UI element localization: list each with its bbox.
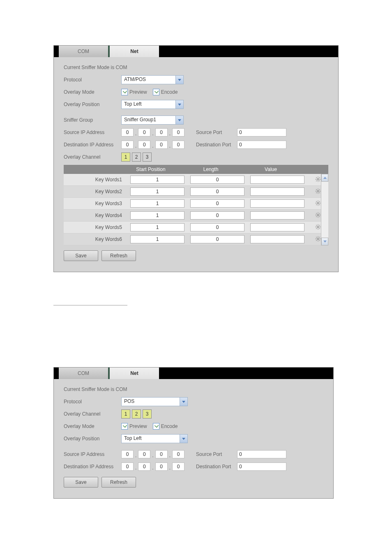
source-ip-seg-3[interactable]: 0 — [172, 128, 184, 136]
kw-row-label: Key Words2 — [64, 189, 130, 194]
value-input[interactable] — [250, 235, 304, 243]
dest-ip-seg-1[interactable]: 0 — [138, 462, 150, 471]
label-overlay-channel: Overlay Channel — [64, 411, 121, 417]
source-ip-seg-3[interactable]: 0 — [172, 450, 184, 458]
gear-icon[interactable] — [315, 236, 321, 242]
overlay-position-value: Top Left — [122, 435, 180, 443]
preview-checkbox[interactable] — [121, 423, 128, 430]
table-row: Key Words210 — [64, 186, 328, 198]
keywords-table: Start Position Length Value Key Words110… — [64, 165, 328, 245]
gear-icon[interactable] — [315, 212, 321, 218]
dest-ip-seg-2[interactable]: 0 — [155, 141, 168, 149]
sniffer-panel-atm: COM Net Current Sniffer Mode is COM Prot… — [53, 45, 339, 272]
length-input[interactable]: 0 — [190, 235, 244, 243]
length-input[interactable]: 0 — [190, 199, 244, 208]
scroll-track[interactable] — [321, 182, 328, 238]
sniffer-group-select[interactable]: Sniffer Group1 — [121, 116, 184, 125]
value-input[interactable] — [250, 187, 304, 196]
overlay-position-value: Top Left — [122, 100, 175, 109]
source-ip-seg-1[interactable]: 0 — [138, 128, 150, 136]
start-position-input[interactable]: 1 — [130, 199, 184, 208]
source-ip-seg-2[interactable]: 0 — [155, 128, 168, 136]
dest-ip-seg-1[interactable]: 0 — [138, 141, 150, 149]
svg-point-5 — [317, 238, 319, 239]
table-row: Key Words410 — [64, 210, 328, 222]
length-input[interactable]: 0 — [190, 176, 244, 184]
dot-icon: . — [134, 453, 138, 458]
label-overlay-mode: Overlay Mode — [64, 423, 121, 429]
scrollbar[interactable] — [321, 174, 328, 245]
label-source-ip: Source IP Address — [64, 130, 121, 135]
dest-port-input[interactable]: 0 — [237, 141, 286, 149]
label-sniffer-group: Sniffer Group — [64, 117, 121, 123]
preview-checkbox[interactable] — [121, 89, 128, 95]
channel-3-button[interactable]: 3 — [143, 153, 152, 162]
source-port-input[interactable]: 0 — [237, 128, 286, 136]
gear-icon[interactable] — [315, 176, 321, 183]
dot-icon: . — [134, 465, 138, 471]
dest-ip-seg-0[interactable]: 0 — [121, 141, 134, 149]
dest-ip-seg-0[interactable]: 0 — [121, 462, 134, 471]
dest-ip-seg-3[interactable]: 0 — [172, 141, 184, 149]
dest-port-input[interactable]: 0 — [237, 462, 286, 471]
tab-net[interactable]: Net — [110, 368, 159, 379]
start-position-input[interactable]: 1 — [130, 176, 184, 184]
refresh-button[interactable]: Refresh — [101, 477, 136, 488]
chevron-down-icon — [175, 76, 183, 84]
refresh-button[interactable]: Refresh — [101, 250, 136, 261]
length-input[interactable]: 0 — [190, 211, 244, 220]
kw-head-value: Value — [242, 166, 300, 172]
kw-row-label: Key Words4 — [64, 213, 130, 218]
tab-com[interactable]: COM — [59, 46, 110, 57]
protocol-value: POS — [122, 398, 180, 406]
scroll-up-button[interactable] — [321, 174, 328, 182]
overlay-position-select[interactable]: Top Left — [121, 434, 188, 443]
label-source-port: Source Port — [196, 130, 237, 135]
save-button[interactable]: Save — [64, 250, 98, 261]
gear-icon[interactable] — [315, 224, 321, 230]
label-protocol: Protocol — [64, 399, 121, 405]
encode-checkbox[interactable] — [153, 423, 159, 430]
source-ip-seg-2[interactable]: 0 — [155, 450, 168, 458]
channel-1-button[interactable]: 1 — [121, 153, 130, 162]
label-overlay-channel: Overlay Channel — [64, 154, 121, 160]
dest-ip-seg-3[interactable]: 0 — [172, 462, 184, 471]
value-input[interactable] — [250, 176, 304, 184]
protocol-select[interactable]: POS — [121, 397, 188, 406]
encode-checkbox[interactable] — [153, 89, 159, 95]
save-button[interactable]: Save — [64, 477, 98, 488]
start-position-input[interactable]: 1 — [130, 211, 184, 220]
dot-icon: . — [150, 131, 155, 136]
source-ip-seg-1[interactable]: 0 — [138, 450, 150, 458]
overlay-position-select[interactable]: Top Left — [121, 100, 184, 109]
mode-line: Current Sniffer Mode is COM — [64, 386, 127, 392]
dot-icon: . — [134, 131, 138, 136]
start-position-input[interactable]: 1 — [130, 235, 184, 243]
tab-net[interactable]: Net — [110, 46, 159, 57]
tab-com[interactable]: COM — [59, 368, 110, 379]
channel-2-button[interactable]: 2 — [132, 153, 141, 162]
source-ip-seg-0[interactable]: 0 — [121, 450, 134, 458]
channel-2-button[interactable]: 2 — [132, 409, 141, 419]
start-position-input[interactable]: 1 — [130, 223, 184, 231]
value-input[interactable] — [250, 211, 304, 220]
scroll-down-button[interactable] — [321, 238, 328, 245]
protocol-select[interactable]: ATM/POS — [121, 75, 184, 84]
source-port-input[interactable]: 0 — [237, 450, 286, 458]
value-input[interactable] — [250, 199, 304, 208]
dot-icon: . — [168, 453, 172, 458]
label-source-port: Source Port — [196, 451, 237, 457]
gear-icon[interactable] — [315, 188, 321, 194]
length-input[interactable]: 0 — [190, 223, 244, 231]
channel-1-button[interactable]: 1 — [121, 409, 130, 419]
source-ip-seg-0[interactable]: 0 — [121, 128, 134, 136]
dest-ip-seg-2[interactable]: 0 — [155, 462, 168, 471]
channel-3-button[interactable]: 3 — [143, 409, 152, 419]
value-input[interactable] — [250, 223, 304, 231]
length-input[interactable]: 0 — [190, 187, 244, 196]
gear-icon[interactable] — [315, 200, 321, 206]
preview-label: Preview — [129, 423, 147, 429]
dot-icon: . — [150, 143, 155, 149]
dot-icon: . — [168, 143, 172, 149]
start-position-input[interactable]: 1 — [130, 187, 184, 196]
